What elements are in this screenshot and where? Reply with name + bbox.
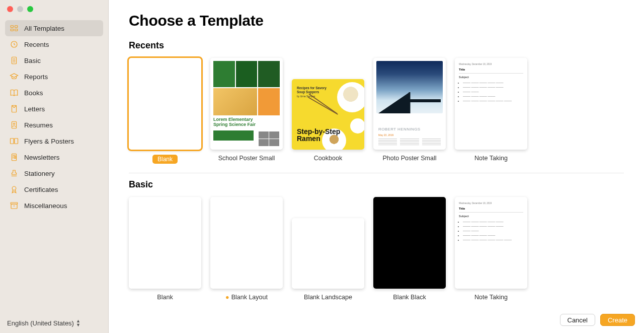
book-icon	[9, 88, 19, 98]
template-label: Note Taking	[474, 155, 508, 162]
template-thumb: Wednesday, December 19, 2019 Title Subje…	[455, 58, 527, 150]
svg-rect-13	[11, 139, 14, 144]
thumb-text: Step-by-Step	[297, 127, 340, 136]
zoom-icon[interactable]	[27, 6, 33, 12]
thumb-text: Title	[459, 207, 523, 212]
sidebar-item-label: Certificates	[24, 186, 58, 193]
sidebar-item-label: Stationery	[24, 170, 55, 177]
sidebar-item-label: Resumes	[24, 121, 53, 129]
sidebar-item-certificates[interactable]: Certificates	[5, 181, 103, 197]
template-label: Cookbook	[314, 155, 342, 162]
ribbon-icon	[9, 184, 19, 194]
sidebar-item-recents[interactable]: Recents	[5, 36, 103, 52]
template-label: ●Blank Layout	[225, 294, 268, 301]
language-selector[interactable]: English (United States) ▲▼	[0, 314, 108, 333]
thumb-text: Wednesday, December 19, 2019	[459, 63, 523, 66]
sidebar-item-label: Flyers & Posters	[24, 138, 74, 145]
sidebar-item-all-templates[interactable]: All Templates	[5, 20, 103, 36]
sidebar-item-label: Basic	[24, 57, 41, 64]
newsletter-icon	[9, 152, 19, 162]
spread-icon	[9, 136, 19, 146]
thumb-text: Spring Science Fair	[213, 122, 256, 127]
category-list: All TemplatesRecentsBasicReportsBooksLet…	[0, 17, 108, 314]
sidebar-item-label: Recents	[24, 41, 49, 48]
sidebar-item-flyers-posters[interactable]: Flyers & Posters	[5, 133, 103, 149]
template-label: Photo Poster Small	[383, 155, 437, 162]
cancel-button[interactable]: Cancel	[560, 314, 595, 326]
thumb-text: ROBERT HENNINGS	[378, 127, 421, 131]
thumb-text: Subject	[459, 76, 523, 80]
sidebar-item-newsletters[interactable]: Newsletters	[5, 149, 103, 165]
sidebar-item-label: Reports	[24, 73, 48, 81]
template-row-recents: Blank Lorem Elementary Spring Science Fa…	[129, 58, 624, 164]
stamp-icon	[9, 168, 19, 178]
page-title: Choose a Template	[129, 12, 624, 29]
template-school-poster-small[interactable]: Lorem Elementary Spring Science Fair Sch…	[210, 58, 283, 164]
svg-rect-2	[11, 29, 13, 31]
template-label: School Poster Small	[218, 155, 275, 162]
svg-point-21	[12, 186, 16, 190]
svg-rect-14	[15, 139, 18, 144]
template-cookbook[interactable]: Recipes for Savory Soup Suppers by Urna …	[292, 58, 364, 164]
envelope-icon	[9, 104, 19, 114]
sidebar-item-label: Letters	[24, 105, 45, 113]
sidebar-item-books[interactable]: Books	[5, 85, 103, 101]
sidebar-item-resumes[interactable]: Resumes	[5, 117, 103, 133]
sidebar-item-reports[interactable]: Reports	[5, 69, 103, 85]
template-blank[interactable]: Blank	[129, 197, 201, 301]
thumb-text: Subject	[459, 215, 523, 219]
svg-rect-3	[15, 29, 18, 31]
page-icon	[9, 55, 19, 65]
svg-rect-1	[15, 26, 18, 28]
template-blank-black[interactable]: Blank Black	[373, 197, 446, 301]
template-blank[interactable]: Blank	[129, 58, 201, 164]
sidebar-item-label: All Templates	[24, 25, 64, 32]
template-note-taking[interactable]: Wednesday, December 19, 2019 Title Subje…	[455, 197, 527, 301]
template-thumb	[129, 197, 201, 289]
layout-dot-icon: ●	[225, 294, 229, 301]
template-thumb	[210, 197, 283, 289]
svg-rect-0	[11, 26, 13, 28]
template-label: Note Taking	[474, 294, 508, 301]
template-thumb: Wednesday, December 19, 2019 Title Subje…	[455, 197, 527, 289]
clock-icon	[9, 39, 19, 49]
thumb-text: Recipes for Savory	[297, 86, 327, 90]
template-blank-layout[interactable]: ●Blank Layout	[210, 197, 283, 301]
sidebar-item-stationery[interactable]: Stationery	[5, 165, 103, 181]
sidebar-item-basic[interactable]: Basic	[5, 52, 103, 69]
sidebar: All TemplatesRecentsBasicReportsBooksLet…	[0, 0, 109, 333]
template-thumb	[373, 197, 446, 289]
section-divider	[129, 173, 624, 173]
sidebar-item-label: Books	[24, 89, 43, 97]
template-thumb	[129, 58, 201, 150]
template-thumb	[292, 218, 364, 289]
close-icon[interactable]	[7, 6, 13, 12]
minimize-icon[interactable]	[17, 6, 23, 12]
sidebar-item-miscellaneous[interactable]: Miscellaneous	[5, 197, 103, 214]
sidebar-item-label: Newsletters	[24, 154, 60, 161]
template-thumb: ROBERT HENNINGS May 23, 2019	[373, 58, 446, 150]
sidebar-item-letters[interactable]: Letters	[5, 101, 103, 117]
template-label: Blank Black	[393, 294, 426, 301]
sidebar-item-label: Miscellaneous	[24, 202, 67, 210]
template-row-basic: Blank ●Blank Layout Blank Landscape Blan…	[129, 197, 624, 301]
template-note-taking[interactable]: Wednesday, December 19, 2019 Title Subje…	[455, 58, 527, 164]
template-photo-poster-small[interactable]: ROBERT HENNINGS May 23, 2019 Photo Poste…	[373, 58, 446, 164]
template-thumb: Lorem Elementary Spring Science Fair	[210, 58, 283, 150]
create-button[interactable]: Create	[600, 314, 635, 326]
footer-buttons: Cancel Create	[560, 314, 635, 326]
thumb-text: Lorem Elementary	[213, 117, 253, 122]
thumb-text: Title	[459, 68, 523, 73]
archive-icon	[9, 201, 19, 211]
template-label: Blank	[152, 155, 178, 164]
svg-rect-19	[15, 157, 16, 159]
profile-page-icon	[9, 120, 19, 130]
template-label: Blank Landscape	[304, 294, 352, 301]
template-blank-landscape[interactable]: Blank Landscape	[292, 197, 364, 301]
template-label: Blank	[157, 294, 173, 301]
main-content: Choose a Template Recents Blank Lorem El…	[109, 0, 644, 333]
updown-icon: ▲▼	[76, 319, 80, 327]
thumb-text: Wednesday, December 19, 2019	[459, 202, 523, 205]
svg-rect-22	[11, 204, 17, 209]
template-thumb: Recipes for Savory Soup Suppers by Urna …	[292, 79, 364, 150]
